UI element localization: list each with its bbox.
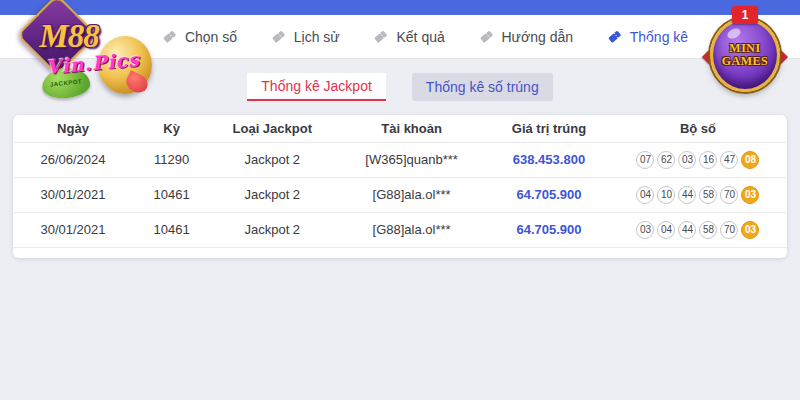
nav-tab-label: Hướng dẫn — [502, 29, 573, 45]
account-cell: [W365]quanb*** — [334, 142, 489, 177]
nav-tab-label: Lịch sử — [294, 29, 340, 45]
win-value-cell: 64.705.900 — [489, 212, 609, 247]
lottery-ball: 58 — [699, 186, 717, 204]
bonus-ball: 03 — [741, 186, 759, 204]
lottery-ball: 04 — [657, 221, 675, 239]
lottery-ball: 70 — [720, 186, 738, 204]
notification-badge: 1 — [732, 6, 758, 24]
lottery-ball: 16 — [699, 151, 717, 169]
column-header: Bộ số — [609, 115, 787, 142]
date-cell: 26/06/2024 — [13, 142, 133, 177]
table-header-row: NgàyKỳLoại JackpotTài khoảnGiá trị trúng… — [13, 115, 787, 142]
period-cell: 11290 — [133, 142, 210, 177]
nav-tab-4[interactable]: Hướng dẫn — [479, 29, 573, 45]
jackpot-type-cell: Jackpot 2 — [210, 212, 334, 247]
subtab-1[interactable]: Thống kê Jackpot — [247, 73, 386, 101]
ball-set: 041044587003 — [609, 186, 787, 204]
lottery-ball: 62 — [657, 151, 675, 169]
column-header: Giá trị trúng — [489, 115, 609, 142]
win-value-cell: 64.705.900 — [489, 177, 609, 212]
win-value-cell: 638.453.800 — [489, 142, 609, 177]
ticket-icon — [479, 29, 494, 44]
jackpot-type-cell: Jackpot 2 — [210, 142, 334, 177]
column-header: Ngày — [13, 115, 133, 142]
subtab-2[interactable]: Thống kê số trúng — [412, 73, 553, 101]
jackpot-stats-card: NgàyKỳLoại JackpotTài khoảnGiá trị trúng… — [13, 115, 787, 258]
nav-tab-3[interactable]: Kết quả — [373, 29, 444, 45]
number-set-cell: 030444587003 — [609, 212, 787, 247]
table-row: 26/06/202411290Jackpot 2[W365]quanb***63… — [13, 142, 787, 177]
ticket-icon — [162, 29, 177, 44]
lottery-ball: 03 — [678, 151, 696, 169]
lottery-ball: 03 — [636, 221, 654, 239]
jackpot-type-cell: Jackpot 2 — [210, 177, 334, 212]
mini-games-label-line2: GAMES — [722, 55, 769, 68]
lottery-ball: 10 — [657, 186, 675, 204]
nav-tab-label: Chọn số — [185, 29, 237, 45]
lottery-ball: 44 — [678, 186, 696, 204]
nav-tab-label: Thống kê — [630, 29, 688, 45]
number-set-cell: 076203164708 — [609, 142, 787, 177]
m88-logo[interactable]: M88 JACKPOT Vin.Pics — [8, 2, 158, 108]
date-cell: 30/01/2021 — [13, 177, 133, 212]
table-bottom-line — [13, 247, 787, 248]
jackpot-stats-table: NgàyKỳLoại JackpotTài khoảnGiá trị trúng… — [13, 115, 787, 248]
bonus-ball: 08 — [741, 151, 759, 169]
nav-tab-2[interactable]: Lịch sử — [271, 29, 340, 45]
period-cell: 10461 — [133, 177, 210, 212]
ticket-icon — [607, 29, 622, 44]
lottery-ball: 07 — [636, 151, 654, 169]
ticket-icon — [373, 29, 388, 44]
nav-tab-label: Kết quả — [396, 29, 444, 45]
nav-items: Chọn sốLịch sửKết quảHướng dẫnThống kê — [145, 15, 705, 58]
nav-tab-5[interactable]: Thống kê — [607, 29, 688, 45]
bonus-ball: 03 — [741, 221, 759, 239]
column-header: Kỳ — [133, 115, 210, 142]
ball-set: 076203164708 — [609, 151, 787, 169]
table-row: 30/01/202110461Jackpot 2[G88]ala.ol***64… — [13, 177, 787, 212]
period-cell: 10461 — [133, 212, 210, 247]
nav-tab-1[interactable]: Chọn số — [162, 29, 237, 45]
lottery-ball: 47 — [720, 151, 738, 169]
logo-ribbon-text: JACKPOT — [50, 78, 83, 87]
lottery-ball: 58 — [699, 221, 717, 239]
ball-set: 030444587003 — [609, 221, 787, 239]
date-cell: 30/01/2021 — [13, 212, 133, 247]
account-cell: [G88]ala.ol*** — [334, 212, 489, 247]
table-row: 30/01/202110461Jackpot 2[G88]ala.ol***64… — [13, 212, 787, 247]
column-header: Tài khoản — [334, 115, 489, 142]
mini-games-orb: MINI GAMES — [710, 18, 780, 92]
column-header: Loại Jackpot — [210, 115, 334, 142]
ticket-icon — [271, 29, 286, 44]
lottery-ball: 44 — [678, 221, 696, 239]
lottery-ball: 04 — [636, 186, 654, 204]
lottery-ball: 70 — [720, 221, 738, 239]
number-set-cell: 041044587003 — [609, 177, 787, 212]
account-cell: [G88]ala.ol*** — [334, 177, 489, 212]
mini-games-button[interactable]: 1 MINI GAMES — [704, 4, 786, 100]
